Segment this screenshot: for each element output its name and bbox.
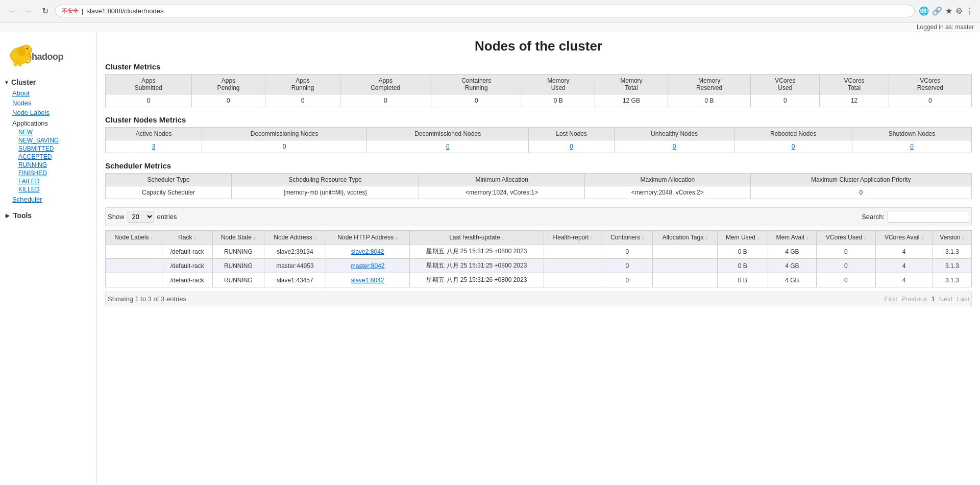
- val-vcores-reserved: 0: [889, 94, 971, 107]
- cell-containers: 0: [602, 273, 652, 287]
- pagination-last[interactable]: Last: [957, 295, 969, 303]
- col-vcores-reserved: VCoresReserved: [889, 75, 971, 94]
- hadoop-logo: hadoop: [6, 40, 72, 68]
- cell-http-address[interactable]: slave2:8042: [326, 245, 409, 259]
- sidebar-logo: hadoop: [0, 36, 96, 76]
- val-scheduler-type: Capacity Scheduler: [106, 186, 232, 199]
- cell-node-labels: [106, 273, 162, 287]
- pagination-previous[interactable]: Previous: [901, 295, 927, 303]
- url-text: slave1:8088/cluster/nodes: [86, 7, 908, 15]
- applications-header: Applications: [12, 118, 96, 128]
- th-mem-avail[interactable]: Mem Avail ↕: [768, 231, 816, 245]
- cell-vcores-avail: 4: [875, 273, 933, 287]
- cell-node-labels: [106, 245, 162, 259]
- col-unhealthy-nodes: Unhealthy Nodes: [614, 128, 734, 140]
- pagination-first[interactable]: First: [885, 295, 897, 303]
- val-decommissioning-nodes: 0: [202, 140, 367, 153]
- th-containers[interactable]: Containers ↕: [602, 231, 652, 245]
- cluster-nodes-metrics-title: Cluster Nodes Metrics: [105, 115, 972, 124]
- security-warning: 不安全: [62, 7, 79, 15]
- th-node-state[interactable]: Node State ↕: [212, 231, 264, 245]
- cell-http-address[interactable]: master:8042: [326, 259, 409, 273]
- cell-last-health: 星期五 八月 25 15:31:26 +0800 2023: [409, 273, 544, 287]
- table-row: /default-rack RUNNING master:44953 maste…: [106, 259, 972, 273]
- sidebar-item-accepted[interactable]: ACCEPTED: [12, 153, 96, 161]
- sidebar-item-running[interactable]: RUNNING: [12, 161, 96, 169]
- th-vcores-avail[interactable]: VCores Avail ↕: [875, 231, 933, 245]
- sidebar-item-about[interactable]: About: [0, 88, 96, 98]
- sidebar-item-nodes[interactable]: Nodes: [0, 98, 96, 108]
- th-health-report[interactable]: Health-report ↕: [544, 231, 602, 245]
- sidebar-item-node-labels[interactable]: Node Labels: [0, 108, 96, 117]
- sidebar-item-failed[interactable]: FAILED: [12, 177, 96, 185]
- val-max-cluster-priority: 0: [750, 186, 971, 199]
- svg-rect-4: [14, 61, 17, 66]
- cell-health-report: [544, 273, 602, 287]
- svg-point-3: [27, 48, 28, 50]
- col-apps-pending: AppsPending: [191, 75, 265, 94]
- sidebar-item-scheduler[interactable]: Scheduler: [0, 195, 96, 204]
- cell-address: master:44953: [264, 259, 326, 273]
- translate-icon[interactable]: 🌐: [919, 6, 929, 16]
- col-maximum-allocation: Maximum Allocation: [584, 174, 750, 186]
- menu-icon[interactable]: ⋮: [966, 6, 974, 16]
- col-decommissioning-nodes: Decommissioning Nodes: [202, 128, 367, 140]
- th-version[interactable]: Version ↕: [933, 231, 971, 245]
- cell-node-labels: [106, 259, 162, 273]
- col-decommissioned-nodes: Decommissioned Nodes: [367, 128, 529, 140]
- val-apps-submitted: 0: [106, 94, 192, 107]
- pagination-next[interactable]: Next: [939, 295, 953, 303]
- col-minimum-allocation: Minimum Allocation: [419, 174, 585, 186]
- show-entries-left: Show 20 50 100 entries: [108, 211, 177, 223]
- cell-mem-avail: 4 GB: [768, 259, 816, 273]
- bookmark-icon[interactable]: ★: [945, 6, 952, 16]
- search-input[interactable]: [888, 211, 969, 223]
- th-vcores-used[interactable]: VCores Used ↕: [817, 231, 876, 245]
- th-node-address[interactable]: Node Address ↕: [264, 231, 326, 245]
- show-entries-select[interactable]: 20 50 100: [128, 211, 154, 223]
- col-active-nodes: Active Nodes: [106, 128, 202, 140]
- cell-mem-used: 0 B: [717, 259, 768, 273]
- sidebar-item-new-saving[interactable]: NEW_SAVING: [12, 136, 96, 144]
- val-memory-reserved: 0 B: [668, 94, 751, 107]
- th-last-health[interactable]: Last health-update ↕: [409, 231, 544, 245]
- th-node-labels[interactable]: Node Labels ↕: [106, 231, 162, 245]
- back-button[interactable]: ←: [6, 5, 18, 17]
- pagination-links: First Previous 1 Next Last: [885, 295, 969, 303]
- reload-button[interactable]: ↻: [39, 5, 51, 17]
- show-entries-row: Show 20 50 100 entries Search:: [105, 207, 972, 226]
- val-scheduling-resource-type: [memory-mb (unit=Mi), vcores]: [232, 186, 419, 199]
- cell-vcores-avail: 4: [875, 259, 933, 273]
- cell-http-address[interactable]: slave1:8042: [326, 273, 409, 287]
- cell-address: slave2:39134: [264, 245, 326, 259]
- cell-vcores-used: 0: [817, 259, 876, 273]
- pagination-row: Showing 1 to 3 of 3 entries First Previo…: [105, 292, 972, 306]
- cell-vcores-avail: 4: [875, 245, 933, 259]
- sidebar-cluster-header[interactable]: ▼ Cluster: [0, 76, 96, 88]
- th-alloc-tags[interactable]: Allocation Tags ↕: [652, 231, 717, 245]
- cell-last-health: 星期五 八月 25 15:31:25 +0800 2023: [409, 245, 544, 259]
- sidebar-tools-header[interactable]: ► Tools: [0, 208, 96, 223]
- cell-mem-avail: 4 GB: [768, 273, 816, 287]
- th-rack[interactable]: Rack ↕: [162, 231, 212, 245]
- applications-section: Applications NEW NEW_SAVING SUBMITTED AC…: [0, 118, 96, 193]
- pagination-page-1[interactable]: 1: [931, 295, 935, 303]
- share-icon[interactable]: 🔗: [932, 6, 942, 16]
- val-active-nodes[interactable]: 3: [106, 140, 202, 153]
- address-bar[interactable]: 不安全 | slave1:8088/cluster/nodes: [55, 5, 915, 17]
- sidebar-item-finished[interactable]: FINISHED: [12, 169, 96, 177]
- val-decommissioned-nodes: 0: [367, 140, 529, 153]
- cell-state: RUNNING: [212, 259, 264, 273]
- extension-icon[interactable]: ⚙: [955, 6, 963, 16]
- sidebar-item-submitted[interactable]: SUBMITTED: [12, 144, 96, 153]
- cluster-nodes-table: Active Nodes Decommissioning Nodes Decom…: [105, 127, 972, 153]
- th-node-http-address[interactable]: Node HTTP Address ↕: [326, 231, 409, 245]
- sidebar-item-killed[interactable]: KILLED: [12, 185, 96, 193]
- cluster-metrics-title: Cluster Metrics: [105, 62, 972, 71]
- th-mem-used[interactable]: Mem Used ↕: [717, 231, 768, 245]
- table-row: /default-rack RUNNING slave1:43457 slave…: [106, 273, 972, 287]
- sidebar: hadoop ▼ Cluster About Nodes Node Labels…: [0, 32, 97, 483]
- sidebar-item-new[interactable]: NEW: [12, 128, 96, 136]
- forward-button[interactable]: →: [22, 5, 35, 17]
- val-unhealthy-nodes: 0: [614, 140, 734, 153]
